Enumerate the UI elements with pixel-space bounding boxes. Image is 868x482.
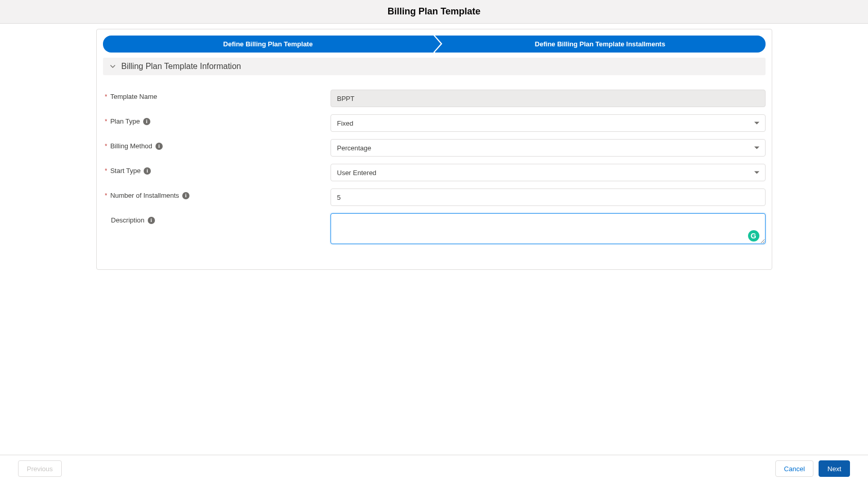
- row-number-installments: * Number of Installments i: [103, 188, 766, 206]
- form-card: Define Billing Plan Template Define Bill…: [96, 29, 772, 270]
- row-billing-method: * Billing Method i Percentage: [103, 139, 766, 157]
- template-name-input[interactable]: [331, 90, 766, 107]
- field-label: Start Type: [110, 167, 141, 175]
- input-cell: Percentage: [331, 139, 766, 157]
- label-cell: * Plan Type i: [105, 114, 331, 125]
- select-value: User Entered: [337, 169, 377, 177]
- required-marker: *: [105, 143, 108, 150]
- progress-step-define-template[interactable]: Define Billing Plan Template: [103, 36, 433, 53]
- form-area: * Template Name * Plan Type i Fixed: [103, 75, 766, 246]
- label-cell: * Template Name: [105, 90, 331, 100]
- number-installments-input[interactable]: [331, 188, 766, 206]
- input-cell: G: [331, 213, 766, 246]
- label-cell: * Billing Method i: [105, 139, 331, 150]
- progress-step-define-installments[interactable]: Define Billing Plan Template Installment…: [435, 36, 766, 53]
- plan-type-select[interactable]: Fixed: [331, 114, 766, 132]
- info-icon[interactable]: i: [182, 192, 189, 199]
- input-cell: Fixed: [331, 114, 766, 132]
- field-label: Plan Type: [110, 117, 140, 125]
- row-plan-type: * Plan Type i Fixed: [103, 114, 766, 132]
- row-start-type: * Start Type i User Entered: [103, 164, 766, 181]
- info-icon[interactable]: i: [144, 167, 151, 175]
- info-icon[interactable]: i: [143, 118, 150, 125]
- section-header[interactable]: Billing Plan Template Information: [103, 58, 766, 75]
- progress-bar: Define Billing Plan Template Define Bill…: [103, 36, 766, 53]
- required-marker: *: [105, 167, 108, 175]
- select-wrapper: Fixed: [331, 114, 766, 132]
- field-label: Description: [111, 216, 145, 224]
- description-textarea[interactable]: [331, 213, 766, 244]
- select-wrapper: User Entered: [331, 164, 766, 181]
- input-cell: [331, 90, 766, 107]
- label-cell: Description i: [105, 213, 331, 224]
- start-type-select[interactable]: User Entered: [331, 164, 766, 181]
- page-title: Billing Plan Template: [0, 6, 868, 17]
- input-cell: [331, 188, 766, 206]
- field-label: Template Name: [110, 93, 157, 100]
- content-container: Define Billing Plan Template Define Bill…: [78, 29, 790, 270]
- chevron-down-icon: [109, 63, 116, 70]
- progress-step-label: Define Billing Plan Template: [223, 40, 313, 48]
- label-cell: * Number of Installments i: [105, 188, 331, 199]
- input-cell: User Entered: [331, 164, 766, 181]
- info-icon[interactable]: i: [148, 217, 155, 224]
- select-wrapper: Percentage: [331, 139, 766, 157]
- field-label: Number of Installments: [110, 192, 179, 199]
- header-bar: Billing Plan Template: [0, 0, 868, 24]
- field-label: Billing Method: [110, 142, 152, 150]
- select-value: Fixed: [337, 119, 354, 127]
- label-cell: * Start Type i: [105, 164, 331, 175]
- info-icon[interactable]: i: [155, 143, 163, 150]
- textarea-wrapper: G: [331, 213, 766, 246]
- billing-method-select[interactable]: Percentage: [331, 139, 766, 157]
- required-marker: *: [105, 93, 108, 100]
- section-title: Billing Plan Template Information: [121, 62, 241, 71]
- row-description: Description i G: [103, 213, 766, 246]
- required-marker: *: [105, 192, 108, 199]
- select-value: Percentage: [337, 144, 372, 152]
- required-marker: *: [105, 118, 108, 125]
- progress-step-label: Define Billing Plan Template Installment…: [535, 40, 665, 48]
- row-template-name: * Template Name: [103, 90, 766, 107]
